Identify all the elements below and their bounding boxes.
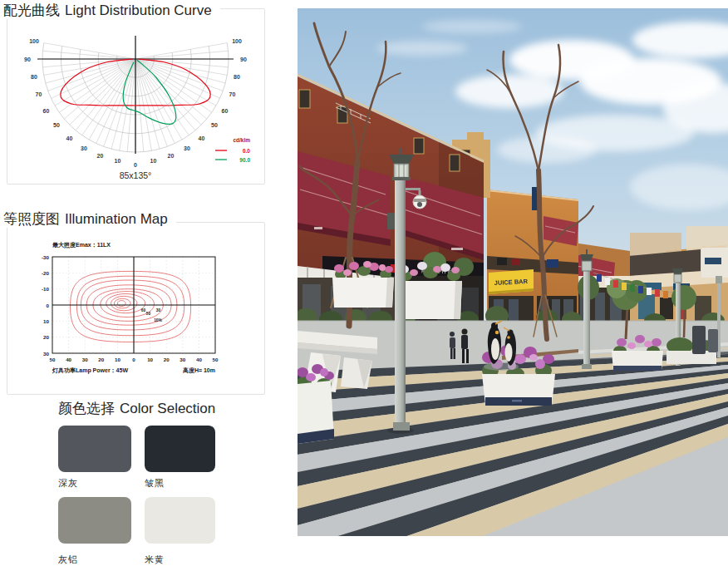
svg-text:20: 20 [164, 357, 170, 362]
title-en: Illumination Map [65, 211, 168, 227]
svg-text:-30: -30 [42, 254, 50, 260]
cctv-bracket [406, 188, 421, 190]
emax-label: 最大照度Emax：11LX [52, 241, 111, 249]
svg-text:80: 80 [31, 74, 37, 80]
svg-text:50: 50 [50, 357, 56, 362]
svg-text:40: 40 [199, 135, 205, 141]
beam-angle-caption: 85x135° [120, 170, 152, 180]
pole-base [393, 422, 410, 431]
title-en: Color Selection [120, 401, 215, 416]
svg-text:-10: -10 [42, 286, 50, 292]
svg-text:50: 50 [146, 312, 151, 316]
svg-text:0: 0 [134, 162, 137, 168]
trash-bins [692, 326, 718, 354]
svg-text:0: 0 [132, 357, 135, 362]
illumination-map-chart: 最大照度Emax：11LX -30 -20 -10 0 10 20 30 50 … [7, 223, 264, 394]
svg-text:30: 30 [184, 145, 190, 151]
legend-item-1: 90.0 [239, 157, 250, 163]
light-distribution-chart-box: 100 90 80 70 60 50 40 30 20 10 100 90 80… [7, 8, 265, 185]
svg-text:20: 20 [97, 153, 104, 159]
svg-text:50: 50 [53, 122, 60, 128]
svg-text:60: 60 [43, 108, 50, 114]
swatch-label-gray-aluminum: 灰铝 [58, 554, 78, 566]
title-zh: 等照度图 [3, 211, 60, 227]
svg-text:0: 0 [47, 303, 50, 308]
svg-text:10: 10 [43, 318, 49, 324]
pole-control-box [387, 213, 395, 229]
im-x-tick-labels: 50 40 30 20 10 0 10 20 30 40 50 [50, 357, 219, 362]
svg-text:60: 60 [141, 308, 146, 313]
title-zh: 颜色选择 [58, 401, 115, 416]
svg-text:10%: 10% [154, 318, 162, 322]
svg-text:90: 90 [24, 57, 31, 62]
swatch-beige [145, 497, 215, 544]
juice-bar-sign: JUICE BAR [489, 269, 534, 294]
svg-text:40: 40 [66, 357, 71, 362]
lamp-power-label: 灯具功率Lamp Power：45W [52, 367, 128, 374]
svg-text:30: 30 [81, 145, 87, 151]
svg-text:20: 20 [98, 357, 104, 362]
legend-unit: cd/klm [233, 137, 250, 143]
swatch-label-wrinkle-black: 皱黑 [145, 477, 165, 490]
polar-legend: cd/klm 0.0 90.0 [215, 137, 250, 163]
svg-text:70: 70 [36, 91, 42, 97]
lamp-finial [400, 148, 402, 155]
svg-text:30: 30 [156, 308, 161, 313]
catalog-page: 配光曲线Light Distribution Curve 100 90 80 7… [0, 0, 728, 566]
planter-1 [332, 261, 394, 308]
svg-text:50: 50 [213, 357, 219, 362]
svg-text:-20: -20 [42, 270, 50, 276]
svg-text:30: 30 [82, 357, 88, 362]
swatch-gray-aluminum [58, 497, 131, 544]
swatch-label-beige: 米黄 [145, 554, 165, 566]
svg-text:30: 30 [43, 351, 49, 357]
svg-text:100: 100 [232, 38, 242, 44]
swatch-wrinkle-black [145, 426, 215, 472]
title-zh: 配光曲线 [3, 2, 60, 18]
svg-text:70: 70 [229, 91, 236, 97]
svg-text:20: 20 [43, 334, 49, 340]
illumination-map-title: 等照度图Illumination Map [3, 211, 176, 228]
swatch-dark-gray [58, 426, 131, 472]
svg-text:10: 10 [147, 357, 153, 362]
swatch-label-dark-gray: 深灰 [58, 477, 78, 490]
legend-item-0: 0.0 [243, 148, 250, 154]
mount-height-label: 高度H= 10m [183, 367, 215, 374]
illumination-map-box: 最大照度Emax：11LX -30 -20 -10 0 10 20 30 50 … [7, 222, 265, 395]
svg-text:50: 50 [211, 122, 218, 128]
light-distribution-title: 配光曲线Light Distribution Curve [3, 2, 220, 19]
svg-text:10: 10 [150, 158, 157, 164]
svg-text:60: 60 [222, 108, 229, 114]
svg-text:10: 10 [115, 158, 121, 164]
svg-text:40: 40 [66, 135, 73, 141]
svg-text:80: 80 [234, 74, 240, 80]
svg-text:40: 40 [196, 357, 202, 362]
svg-text:30: 30 [180, 357, 185, 362]
svg-text:20: 20 [168, 153, 175, 159]
light-distribution-chart: 100 90 80 70 60 50 40 30 20 10 100 90 80… [7, 9, 264, 184]
svg-text:10: 10 [115, 357, 121, 362]
svg-text:90: 90 [240, 57, 247, 62]
im-contours [71, 271, 191, 342]
title-en: Light Distribution Curve [65, 2, 212, 18]
street-photo: JUICE BAR [298, 8, 728, 536]
im-y-tick-labels: -30 -20 -10 0 10 20 30 [42, 254, 50, 357]
svg-text:100: 100 [29, 38, 39, 44]
color-selection-title: 颜色选择Color Selection [58, 401, 224, 417]
